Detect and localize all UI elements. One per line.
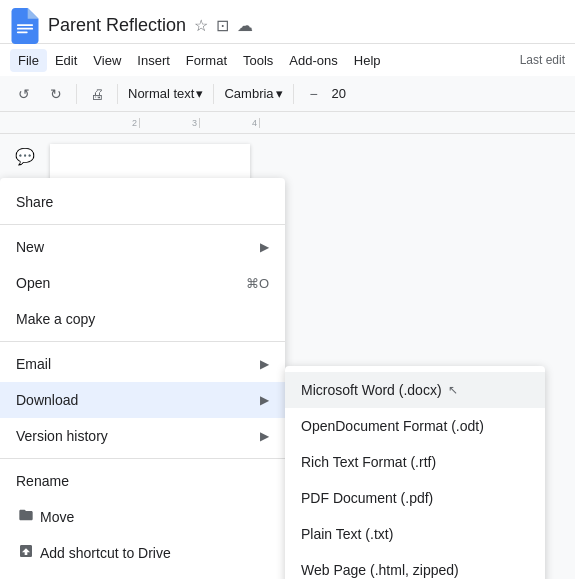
cloud-icon[interactable]: ☁ [237, 16, 253, 35]
submenu-item-html[interactable]: Web Page (.html, zipped) [285, 552, 545, 579]
menu-item-open[interactable]: Open ⌘O [0, 265, 285, 301]
divider-1 [0, 224, 285, 225]
file-menu: Share New ▶ Open ⌘O Make a copy Email ▶ [0, 178, 285, 579]
menu-tools[interactable]: Tools [235, 49, 281, 72]
toolbar-divider-3 [213, 84, 214, 104]
menu-item-trash[interactable]: Move to trash [0, 571, 285, 579]
svg-rect-1 [17, 27, 33, 29]
submenu-item-rtf[interactable]: Rich Text Format (.rtf) [285, 444, 545, 480]
menu-item-make-copy[interactable]: Make a copy [0, 301, 285, 337]
menu-addons[interactable]: Add-ons [281, 49, 345, 72]
redo-button[interactable]: ↻ [42, 80, 70, 108]
toolbar-divider-1 [76, 84, 77, 104]
toolbar: ↺ ↻ 🖨 Normal text ▾ Cambria ▾ − 20 [0, 76, 575, 112]
submenu-item-docx[interactable]: Microsoft Word (.docx) ↖ [285, 372, 545, 408]
shortcut-drive-icon [16, 543, 36, 563]
version-arrow-icon: ▶ [260, 429, 269, 443]
content-area: 💬 ☰ Share New ▶ Open ⌘O Make a copy [0, 134, 575, 579]
download-arrow-icon: ▶ [260, 393, 269, 407]
svg-rect-0 [17, 24, 33, 26]
last-edit-label: Last edit [520, 53, 565, 67]
submenu-item-txt[interactable]: Plain Text (.txt) [285, 516, 545, 552]
sidebar-comments-icon[interactable]: 💬 [13, 144, 37, 168]
menu-item-share[interactable]: Share [0, 184, 285, 220]
submenu-item-pdf[interactable]: PDF Document (.pdf) [285, 480, 545, 516]
dropdown-arrow-icon: ▾ [196, 86, 203, 101]
menu-view[interactable]: View [85, 49, 129, 72]
download-submenu: Microsoft Word (.docx) ↖ OpenDocument Fo… [285, 366, 545, 579]
menu-file[interactable]: File [10, 49, 47, 72]
menu-item-rename[interactable]: Rename [0, 463, 285, 499]
toolbar-divider-2 [117, 84, 118, 104]
file-dropdown-overlay: Share New ▶ Open ⌘O Make a copy Email ▶ [0, 178, 285, 579]
cursor-indicator: ↖ [448, 383, 458, 397]
ruler: 2 3 4 [0, 112, 575, 134]
star-icon[interactable]: ☆ [194, 16, 208, 35]
menu-format[interactable]: Format [178, 49, 235, 72]
menu-item-download[interactable]: Download ▶ [0, 382, 285, 418]
menu-bar: File Edit View Insert Format Tools Add-o… [0, 44, 575, 76]
normal-text-dropdown[interactable]: Normal text ▾ [124, 84, 207, 103]
move-icon [16, 507, 36, 527]
divider-2 [0, 341, 285, 342]
menu-item-email[interactable]: Email ▶ [0, 346, 285, 382]
email-arrow-icon: ▶ [260, 357, 269, 371]
divider-3 [0, 458, 285, 459]
menu-edit[interactable]: Edit [47, 49, 85, 72]
menu-item-move[interactable]: Move [0, 499, 285, 535]
menu-help[interactable]: Help [346, 49, 389, 72]
document-title: Parent Reflection [48, 15, 186, 36]
toolbar-divider-4 [293, 84, 294, 104]
undo-button[interactable]: ↺ [10, 80, 38, 108]
docs-icon [10, 8, 40, 44]
font-arrow-icon: ▾ [276, 86, 283, 101]
title-icons: ☆ ⊡ ☁ [194, 16, 253, 35]
menu-item-version-history[interactable]: Version history ▶ [0, 418, 285, 454]
menu-insert[interactable]: Insert [129, 49, 178, 72]
font-size-value: 20 [332, 86, 346, 101]
font-size-decrease[interactable]: − [300, 80, 328, 108]
submenu-item-odt[interactable]: OpenDocument Format (.odt) [285, 408, 545, 444]
svg-rect-2 [17, 31, 28, 33]
menu-item-add-shortcut[interactable]: Add shortcut to Drive [0, 535, 285, 571]
top-bar: Parent Reflection ☆ ⊡ ☁ [0, 0, 575, 44]
menu-item-new[interactable]: New ▶ [0, 229, 285, 265]
folder-icon[interactable]: ⊡ [216, 16, 229, 35]
print-button[interactable]: 🖨 [83, 80, 111, 108]
ruler-marks: 2 3 4 [80, 118, 260, 128]
new-arrow-icon: ▶ [260, 240, 269, 254]
font-dropdown[interactable]: Cambria ▾ [220, 84, 286, 103]
